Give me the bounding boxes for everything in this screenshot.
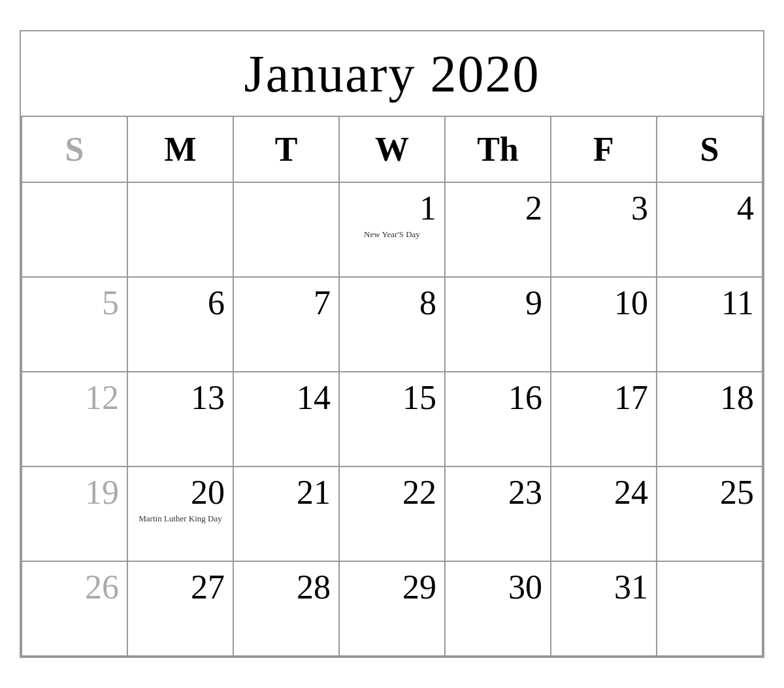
day-cell: 3 — [551, 183, 657, 278]
day-header: T — [234, 117, 340, 183]
day-header: S — [657, 117, 763, 183]
day-number: 29 — [348, 568, 436, 606]
day-cell: 4 — [657, 183, 763, 278]
day-number: 0 — [242, 189, 331, 227]
day-number: 26 — [30, 568, 119, 606]
day-cell: 11 — [657, 278, 763, 372]
day-cell: 13 — [128, 372, 234, 467]
day-number: 4 — [665, 189, 754, 227]
day-cell: 16 — [446, 372, 551, 467]
day-number: 1 — [348, 189, 436, 227]
day-cell: 22 — [340, 467, 446, 562]
day-cell: 6 — [128, 278, 234, 372]
day-cell: 0 — [22, 183, 128, 278]
day-number: 24 — [559, 474, 648, 511]
day-cell: 5 — [22, 278, 128, 372]
day-number: 20 — [136, 474, 225, 511]
day-number: 13 — [136, 379, 225, 416]
day-cell: 28 — [234, 562, 340, 657]
day-number: 5 — [30, 284, 119, 321]
day-number: 25 — [665, 474, 754, 511]
day-number: 22 — [348, 474, 436, 511]
day-number: 16 — [453, 379, 542, 416]
day-number: 3 — [559, 189, 648, 227]
calendar-title: January 2020 — [21, 31, 763, 117]
day-cell: 31 — [551, 562, 657, 657]
day-number: 12 — [30, 379, 119, 416]
day-cell: 1New Year'S Day — [340, 183, 446, 278]
day-number: 19 — [30, 474, 119, 511]
day-number: 10 — [559, 284, 648, 321]
day-number: 11 — [665, 284, 754, 321]
day-number: 8 — [348, 284, 436, 321]
day-cell: 15 — [340, 372, 446, 467]
day-cell: 21 — [234, 467, 340, 562]
day-number: 2 — [453, 189, 542, 227]
day-cell: 0 — [234, 183, 340, 278]
day-cell: 10 — [551, 278, 657, 372]
day-number: 28 — [242, 568, 331, 606]
day-cell: 7 — [234, 278, 340, 372]
day-cell: 19 — [22, 467, 128, 562]
day-header: M — [128, 117, 234, 183]
day-cell: 30 — [446, 562, 551, 657]
day-number: 30 — [453, 568, 542, 606]
day-cell: 29 — [340, 562, 446, 657]
day-cell: 17 — [551, 372, 657, 467]
day-header: Th — [446, 117, 551, 183]
day-cell: 24 — [551, 467, 657, 562]
day-header: S — [22, 117, 128, 183]
calendar-container: January 2020 SMTWThFS0001New Year'S Day2… — [20, 30, 764, 658]
day-number: 27 — [136, 568, 225, 606]
day-cell: 26 — [22, 562, 128, 657]
holiday-label: Martin Luther King Day — [136, 514, 225, 525]
day-cell: 18 — [657, 372, 763, 467]
day-cell: 25 — [657, 467, 763, 562]
day-number: 0 — [30, 189, 119, 227]
day-cell: 0 — [657, 562, 763, 657]
day-number: 23 — [453, 474, 542, 511]
holiday-label: New Year'S Day — [348, 229, 436, 240]
day-number: 7 — [242, 284, 331, 321]
day-cell: 14 — [234, 372, 340, 467]
day-number: 9 — [453, 284, 542, 321]
day-cell: 2 — [446, 183, 551, 278]
day-number: 21 — [242, 474, 331, 511]
day-cell: 20Martin Luther King Day — [128, 467, 234, 562]
day-header: F — [551, 117, 657, 183]
day-number: 18 — [665, 379, 754, 416]
day-number: 17 — [559, 379, 648, 416]
day-cell: 8 — [340, 278, 446, 372]
day-header: W — [340, 117, 446, 183]
day-number: 6 — [136, 284, 225, 321]
day-number: 14 — [242, 379, 331, 416]
day-number: 0 — [665, 568, 754, 606]
day-cell: 12 — [22, 372, 128, 467]
day-number: 31 — [559, 568, 648, 606]
calendar-grid: SMTWThFS0001New Year'S Day23456789101112… — [21, 117, 763, 657]
day-cell: 27 — [128, 562, 234, 657]
day-cell: 0 — [128, 183, 234, 278]
day-number: 15 — [348, 379, 436, 416]
day-cell: 9 — [446, 278, 551, 372]
day-cell: 23 — [446, 467, 551, 562]
day-number: 0 — [136, 189, 225, 227]
